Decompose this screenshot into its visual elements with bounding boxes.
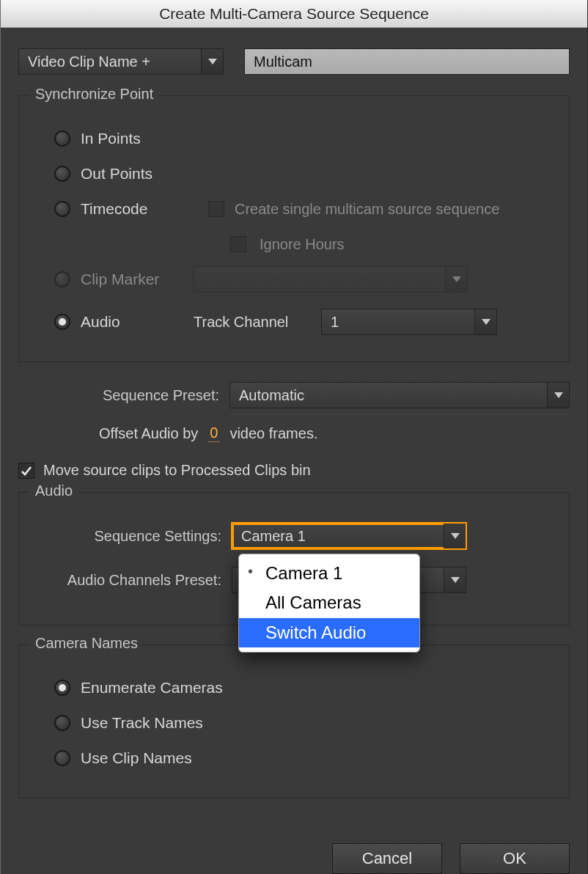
chevron-down-icon xyxy=(201,49,223,74)
chevron-down-icon xyxy=(474,309,496,334)
dialog-content: Video Clip Name + Multicam Synchronize P… xyxy=(1,28,587,874)
offset-audio-suffix: video frames. xyxy=(229,425,317,442)
checkbox-ignore-hours-label: Ignore Hours xyxy=(260,236,345,253)
sequence-preset-select[interactable]: Automatic xyxy=(229,382,570,408)
synchronize-point-legend: Synchronize Point xyxy=(29,86,159,103)
ok-button[interactable]: OK xyxy=(460,843,570,874)
checkbox-create-single xyxy=(208,201,224,217)
sequence-settings-select[interactable]: Camera 1 xyxy=(232,523,466,549)
synchronize-point-group: Synchronize Point In Points Out Points T… xyxy=(18,95,570,362)
checkbox-ignore-hours xyxy=(230,236,246,252)
checkbox-move-processed-label: Move source clips to Processed Clips bin xyxy=(43,462,311,479)
radio-use-track-names[interactable] xyxy=(54,715,70,731)
track-channel-value: 1 xyxy=(331,314,339,331)
radio-out-points-label: Out Points xyxy=(81,165,152,183)
checkbox-move-processed[interactable] xyxy=(18,463,34,479)
popup-item-all-cameras[interactable]: All Cameras xyxy=(239,588,419,617)
radio-use-track-names-label: Use Track Names xyxy=(81,714,203,732)
clip-marker-select xyxy=(194,266,468,293)
track-channel-label: Track Channel xyxy=(194,314,311,331)
window-title: Create Multi-Camera Source Sequence xyxy=(159,5,429,23)
radio-clip-marker-label: Clip Marker xyxy=(81,271,183,288)
audio-channels-preset-label: Audio Channels Preset: xyxy=(35,572,221,589)
radio-enumerate-cameras[interactable] xyxy=(54,680,70,696)
sequence-name-value: Multicam xyxy=(254,54,312,70)
sequence-name-input[interactable]: Multicam xyxy=(244,48,570,75)
radio-audio[interactable] xyxy=(54,314,70,330)
sequence-settings-label: Sequence Settings: xyxy=(35,528,221,545)
radio-out-points[interactable] xyxy=(54,166,70,182)
radio-audio-label: Audio xyxy=(81,313,183,331)
radio-in-points-label: In Points xyxy=(81,130,141,147)
popup-item-switch-audio[interactable]: Switch Audio xyxy=(239,618,419,647)
radio-clip-marker xyxy=(54,271,70,287)
chevron-down-icon xyxy=(547,383,569,408)
offset-audio-prefix: Offset Audio by xyxy=(99,425,198,442)
sequence-preset-value: Automatic xyxy=(239,387,304,404)
popup-item-camera-1[interactable]: Camera 1 xyxy=(239,559,419,588)
chevron-down-icon xyxy=(445,267,467,292)
radio-in-points[interactable] xyxy=(54,131,70,147)
sequence-settings-value: Camera 1 xyxy=(241,528,306,545)
cancel-button[interactable]: Cancel xyxy=(332,843,442,874)
ok-button-label: OK xyxy=(503,849,526,868)
sequence-settings-popup[interactable]: Camera 1 All Cameras Switch Audio xyxy=(238,554,420,653)
camera-names-legend: Camera Names xyxy=(29,635,144,652)
radio-timecode[interactable] xyxy=(54,201,70,217)
chevron-down-icon xyxy=(444,524,466,548)
offset-audio-value[interactable]: 0 xyxy=(208,425,219,442)
radio-use-clip-names[interactable] xyxy=(54,750,70,766)
track-channel-select[interactable]: 1 xyxy=(321,309,497,335)
audio-group-legend: Audio xyxy=(29,482,78,499)
sequence-preset-label: Sequence Preset: xyxy=(18,387,219,404)
chevron-down-icon xyxy=(444,568,466,592)
checkbox-create-single-label: Create single multicam source sequence xyxy=(235,201,499,218)
name-mode-value: Video Clip Name + xyxy=(28,54,150,70)
radio-enumerate-cameras-label: Enumerate Cameras xyxy=(81,679,223,697)
camera-names-group: Camera Names Enumerate Cameras Use Track… xyxy=(18,645,570,798)
radio-timecode-label: Timecode xyxy=(81,200,183,218)
window-titlebar: Create Multi-Camera Source Sequence xyxy=(1,0,587,28)
radio-use-clip-names-label: Use Clip Names xyxy=(81,749,192,767)
cancel-button-label: Cancel xyxy=(362,849,412,868)
name-mode-select[interactable]: Video Clip Name + xyxy=(18,48,224,75)
